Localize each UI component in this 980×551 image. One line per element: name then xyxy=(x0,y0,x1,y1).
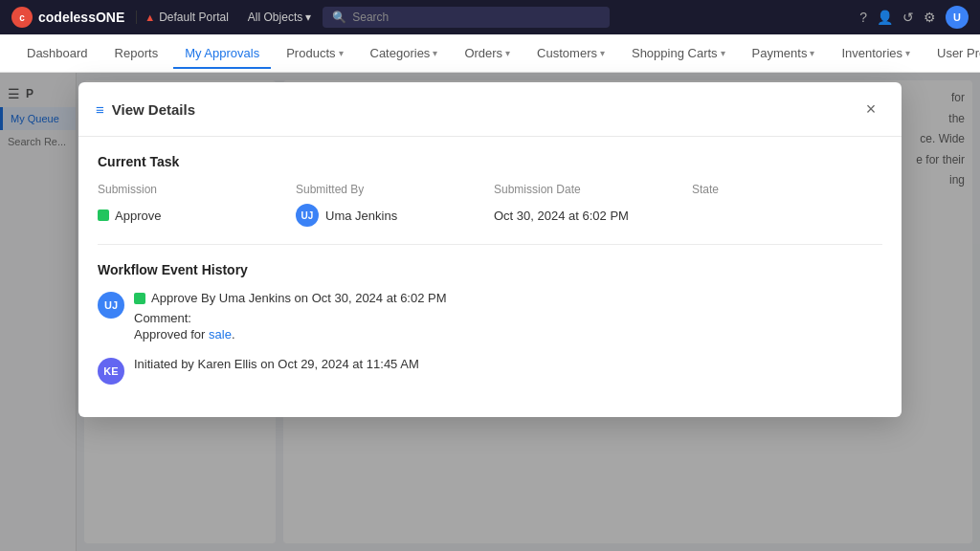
all-objects-chevron: ▾ xyxy=(305,11,311,24)
logo-icon: c xyxy=(11,7,33,28)
payments-chevron: ▾ xyxy=(810,48,814,58)
history-initiated-text: Initiated by Karen Ellis on Oct 29, 2024… xyxy=(134,357,882,371)
nav-products[interactable]: Products ▾ xyxy=(275,38,354,68)
history-action-badge-1 xyxy=(134,293,145,304)
submitter-avatar: UJ xyxy=(296,204,319,227)
help-icon[interactable]: ? xyxy=(859,10,867,25)
users-icon[interactable]: 👤 xyxy=(877,10,893,25)
settings-icon[interactable]: ⚙ xyxy=(924,10,936,25)
col-submission-date: Submission Date xyxy=(494,183,684,196)
categories-chevron: ▾ xyxy=(433,48,437,58)
portal-selector[interactable]: ▲ Default Portal xyxy=(136,11,236,24)
submission-date-cell: Oct 30, 2024 at 6:02 PM xyxy=(494,209,684,223)
history-item-1: UJ Approve By Uma Jenkins on Oct 30, 202… xyxy=(98,291,882,342)
all-objects-label: All Objects xyxy=(248,11,302,24)
col-submission: Submission xyxy=(98,183,288,196)
submitter-name: Uma Jenkins xyxy=(325,209,397,223)
history-comment-label: Comment: xyxy=(134,311,882,325)
search-bar[interactable]: 🔍 Search xyxy=(323,7,610,28)
history-icon[interactable]: ↺ xyxy=(902,10,914,25)
history-comment-1: Comment: Approved for sale. xyxy=(134,311,882,342)
portal-icon: ▲ xyxy=(145,11,155,23)
comment-link[interactable]: sale xyxy=(209,327,232,342)
user-avatar[interactable]: U xyxy=(946,6,969,29)
col-submitted-by: Submitted By xyxy=(296,183,486,196)
portal-label: Default Portal xyxy=(159,11,229,24)
approve-badge xyxy=(98,209,109,221)
history-avatar-2: KE xyxy=(98,358,124,385)
nav-categories[interactable]: Categories ▾ xyxy=(359,38,450,68)
history-action-text-1: Approve By Uma Jenkins on Oct 30, 2024 a… xyxy=(151,291,447,305)
history-comment-text: Approved for sale. xyxy=(134,327,882,342)
current-task-title: Current Task xyxy=(98,154,882,169)
nav-orders[interactable]: Orders ▾ xyxy=(453,38,522,68)
task-approve-cell: Approve xyxy=(98,209,288,223)
history-content-1: Approve By Uma Jenkins on Oct 30, 2024 a… xyxy=(134,291,882,342)
logo-text: codelessONE xyxy=(38,10,124,25)
nav-dashboard[interactable]: Dashboard xyxy=(15,38,100,68)
topbar: c codelessONE ▲ Default Portal All Objec… xyxy=(0,0,980,34)
workflow-history-title: Workflow Event History xyxy=(98,262,882,277)
task-table-header: Submission Submitted By Submission Date … xyxy=(98,183,882,196)
inventories-chevron: ▾ xyxy=(905,48,910,58)
nav-inventories[interactable]: Inventories ▾ xyxy=(830,38,922,68)
search-placeholder: Search xyxy=(352,11,389,24)
col-state: State xyxy=(692,183,882,196)
modal-overlay: ≡ View Details × Current Task Submission… xyxy=(0,73,980,551)
history-item-2: KE Initiated by Karen Ellis on Oct 29, 2… xyxy=(98,357,882,385)
view-details-modal: ≡ View Details × Current Task Submission… xyxy=(78,82,902,417)
nav-user-profiles[interactable]: User Profiles ▾ xyxy=(925,38,980,68)
submitter-cell: UJ Uma Jenkins xyxy=(296,204,486,227)
all-objects-dropdown[interactable]: All Objects ▾ xyxy=(248,11,311,24)
section-divider xyxy=(98,244,882,245)
modal-body: Current Task Submission Submitted By Sub… xyxy=(78,137,902,417)
orders-chevron: ▾ xyxy=(505,48,510,58)
history-action-1: Approve By Uma Jenkins on Oct 30, 2024 a… xyxy=(134,291,882,305)
shopping-carts-chevron: ▾ xyxy=(721,48,725,58)
logo: c codelessONE xyxy=(11,7,124,28)
approve-text: Approve xyxy=(115,209,161,223)
nav-my-approvals[interactable]: My Approvals xyxy=(173,38,271,68)
history-avatar-1: UJ xyxy=(98,292,124,319)
modal-title: View Details xyxy=(112,101,850,118)
main-area: ☰ P My Queue Search Re... Submitted Kare… xyxy=(0,73,980,551)
modal-close-button[interactable]: × xyxy=(858,96,884,122)
nav-reports[interactable]: Reports xyxy=(103,38,170,68)
nav-customers[interactable]: Customers ▾ xyxy=(525,38,616,68)
navbar: Dashboard Reports My Approvals Products … xyxy=(0,34,980,73)
modal-header: ≡ View Details × xyxy=(78,82,902,137)
history-content-2: Initiated by Karen Ellis on Oct 29, 2024… xyxy=(134,357,882,371)
products-chevron: ▾ xyxy=(339,48,344,58)
modal-header-icon: ≡ xyxy=(96,101,104,118)
nav-payments[interactable]: Payments ▾ xyxy=(741,38,827,68)
customers-chevron: ▾ xyxy=(600,48,605,58)
topbar-right: ? 👤 ↺ ⚙ U xyxy=(859,6,969,29)
nav-shopping-carts[interactable]: Shopping Carts ▾ xyxy=(620,38,737,68)
search-icon: 🔍 xyxy=(332,11,346,24)
task-table-body: Approve UJ Uma Jenkins Oct 30, 2024 at 6… xyxy=(98,204,882,227)
